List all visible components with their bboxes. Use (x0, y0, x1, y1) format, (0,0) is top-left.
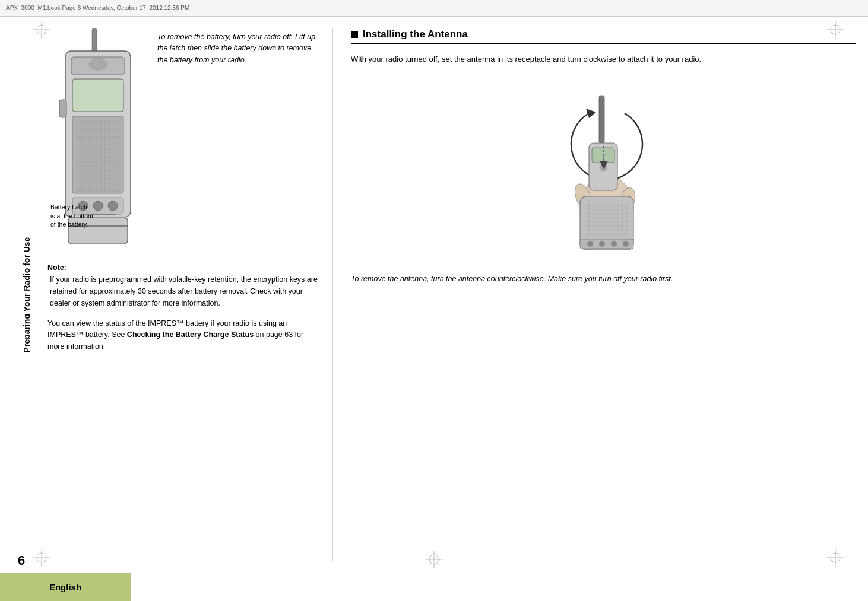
svg-point-88 (623, 241, 629, 247)
svg-marker-57 (586, 109, 596, 118)
bottom-tab: English (0, 573, 131, 601)
svg-point-55 (89, 58, 107, 70)
top-bar: APX_3000_M1.book Page 6 Wednesday, Octob… (0, 0, 868, 17)
radio-image: Battery Latch is at the bottom of the ba… (47, 28, 151, 250)
note-text: If your radio is preprogrammed with vola… (50, 274, 321, 309)
antenna-intro: With your radio turned off, set the ante… (351, 53, 856, 66)
right-column: Installing the Antenna With your radio t… (332, 28, 856, 561)
svg-rect-15 (92, 28, 97, 52)
note-block: Note: If your radio is preprogrammed wit… (47, 262, 321, 309)
svg-point-85 (587, 241, 593, 247)
svg-point-87 (611, 241, 617, 247)
svg-rect-52 (59, 100, 66, 117)
antenna-image-area (351, 78, 856, 262)
side-label-container: Preparing Your Radio for Use (0, 17, 30, 573)
svg-rect-18 (72, 79, 123, 112)
left-column: Battery Latch is at the bottom of the ba… (47, 28, 332, 561)
impres-bold: Checking the Battery Charge Status (127, 330, 254, 339)
note-label: Note: (47, 262, 66, 274)
content-area: Battery Latch is at the bottom of the ba… (30, 17, 868, 573)
svg-rect-61 (599, 96, 604, 143)
section-heading: Installing the Antenna (351, 28, 856, 44)
top-bar-text: APX_3000_M1.book Page 6 Wednesday, Octob… (6, 5, 189, 11)
bottom-tab-label: English (49, 582, 81, 592)
svg-rect-63 (592, 148, 614, 163)
heading-square-icon (351, 31, 358, 38)
page-number: 6 (18, 553, 25, 568)
antenna-caption: To remove the antenna, turn the antenna … (351, 274, 856, 285)
svg-point-86 (599, 241, 605, 247)
radio-image-area: Battery Latch is at the bottom of the ba… (47, 28, 321, 250)
section-title: Installing the Antenna (363, 28, 468, 40)
side-label: Preparing Your Radio for Use (22, 206, 30, 384)
impres-text: You can view the status of the IMPRES™ b… (47, 318, 321, 352)
callout-text: To remove the battery, turn your radio o… (157, 31, 321, 66)
